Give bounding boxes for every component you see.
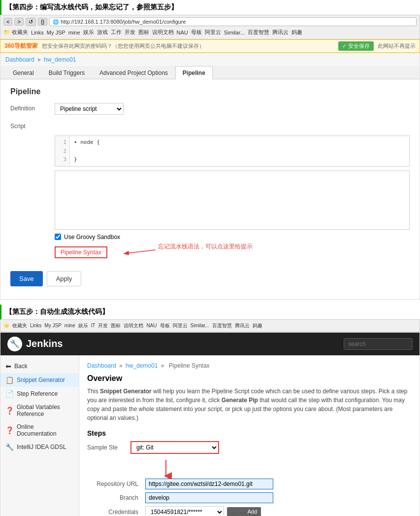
jenkins-page-1: Dashboard » hw_demo01 General Build Trig… [0, 53, 420, 300]
nav-forward-btn[interactable]: > [14, 18, 23, 26]
pipeline-content: Pipeline Definition Pipeline script Scri… [0, 79, 420, 299]
line-numbers: 1 2 3 [55, 136, 70, 166]
bm2-star: ⭐ [3, 323, 9, 328]
script-editor[interactable]: 1 2 3 • node { } [55, 136, 410, 167]
overview-title: Overview [87, 374, 412, 383]
credentials-label: Credentials [87, 509, 141, 516]
repo-url-input[interactable] [145, 479, 273, 489]
groovy-sandbox-label: Use Groovy Sandbox [64, 234, 120, 241]
bm2-baidu2[interactable]: 百度智慧 [212, 322, 232, 329]
bookmark-maqv[interactable]: 妈趣 [291, 29, 302, 36]
bookmark-entertainment[interactable]: 娱乐 [83, 29, 94, 36]
repo-url-label: Repository URL [87, 481, 141, 487]
bm2-more1[interactable]: 娱乐 [78, 322, 88, 329]
sidebar-item-snippet[interactable]: 📋 Snippet Generator [0, 373, 79, 387]
intellij-icon: 🔧 [5, 443, 14, 451]
sidebar-item-online-docs[interactable]: ❓ Online Documentation [0, 420, 79, 440]
bm2-more4[interactable]: 图标 [111, 322, 121, 329]
add-icon: ➕ [231, 509, 238, 515]
tab-pipeline[interactable]: Pipeline [175, 66, 213, 79]
bookmark-work[interactable]: 工作 [111, 29, 122, 36]
bookmark-tencent[interactable]: 腾讯云 [272, 29, 289, 36]
jenkins-body: ⬅ Back 📋 Snippet Generator 📄 Step Refere… [0, 355, 420, 516]
security-message: 想安全保存此网页的密码吗？（您您使用网页公共电脑不建议保存） [42, 42, 334, 50]
bookmark-games[interactable]: 游戏 [97, 29, 108, 36]
branch-row: Branch [87, 492, 412, 503]
bookmark-icons[interactable]: 图标 [138, 29, 149, 36]
sample-step-row: Sample Ste git: Git [87, 441, 412, 454]
browser-chrome-2: ⭐ 收藏夹 Links My JSP mine 娱乐 IT 开发 图标 说明文档… [0, 319, 420, 332]
bookmark-aliyun[interactable]: 阿里云 [205, 29, 221, 36]
bookmark-mine[interactable]: mine [68, 30, 80, 35]
definition-select[interactable]: Pipeline script [55, 103, 124, 115]
bm2-tencent2[interactable]: 腾讯云 [235, 322, 250, 329]
address-bar-1[interactable]: 🌐 http://192.168.1.173:8080/job/hw_demo0… [49, 17, 417, 26]
sidebar-label-step-ref: Step Reference [17, 390, 58, 397]
bm2-more3[interactable]: 开发 [98, 322, 108, 329]
add-credentials-btn[interactable]: ➕ ➕ Add [227, 507, 261, 516]
save-button[interactable]: Save [10, 271, 43, 286]
line-2: 2 [58, 147, 66, 156]
pipeline-syntax-btn[interactable]: Pipeline Syntax [55, 246, 107, 258]
apply-button[interactable]: Apply [47, 271, 82, 286]
jenkins-search-input[interactable] [344, 338, 413, 350]
sidebar-label-global-vars: Global Vartables Reference [17, 404, 74, 417]
sidebar-label-back: Back [14, 363, 28, 370]
main-content: Dashboard » hw_demo01 » Pipeline Syntax … [79, 355, 420, 516]
code-line-1: • node { [74, 138, 405, 147]
bm2-mine[interactable]: mine [65, 323, 75, 328]
security-logo: 360导航管家 [4, 42, 38, 50]
security-save-btn[interactable]: ✓ 安全保存 [338, 41, 374, 51]
bookmark-motherboard[interactable]: 母板 [191, 29, 202, 36]
step4-annotation: 【第四步：编写流水线代码，如果忘记了，参照第五步】 [0, 0, 420, 15]
bc2-project[interactable]: hw_demo01 [126, 362, 158, 369]
sidebar-item-intellij[interactable]: 🔧 IntelliJ IDEA GDSL [0, 440, 79, 454]
bm2-links[interactable]: Links [30, 323, 41, 328]
bm2-more2[interactable]: IT [91, 323, 96, 328]
nav-code-btn[interactable]: {} [38, 18, 47, 26]
bm2-mother[interactable]: 母板 [160, 322, 170, 329]
tab-build-triggers[interactable]: Build Triggers [41, 66, 92, 79]
nav-refresh-btn[interactable]: ↺ [26, 18, 36, 26]
bm2-maqv2[interactable]: 妈趣 [253, 322, 262, 329]
nav-back-btn[interactable]: < [3, 18, 12, 26]
breadcrumb-project[interactable]: hw_demo01 [44, 56, 76, 63]
bookmark-similar[interactable]: Similar... [224, 30, 245, 35]
jenkins-page-2: 🔧 Jenkins ⬅ Back 📋 Snippet Generator 📄 S… [0, 332, 420, 516]
groovy-sandbox-checkbox[interactable] [55, 234, 61, 240]
branch-input[interactable] [145, 492, 273, 503]
bookmark-baidu[interactable]: 百度智慧 [248, 29, 269, 36]
bookmark-favorites[interactable]: 📁 收藏夹 [3, 29, 28, 36]
bm2-ali[interactable]: 阿里云 [173, 322, 188, 329]
script-label-row: Script [10, 121, 410, 130]
sample-step-select[interactable]: git: Git [130, 441, 219, 454]
bm2-nau[interactable]: NAU [146, 323, 157, 328]
step-arrow-down-svg [156, 459, 205, 479]
tab-general[interactable]: General [5, 66, 41, 79]
jenkins-logo[interactable]: 🔧 Jenkins [7, 337, 63, 351]
script-label: Script [10, 121, 55, 130]
bookmark-nau[interactable]: NAU [177, 30, 188, 35]
bm2-myjsp[interactable]: My JSP [44, 323, 61, 328]
credentials-select[interactable]: 15044591821/****** [145, 506, 224, 516]
bookmark-dev[interactable]: 开发 [125, 29, 135, 36]
overview-text: This Snippet Generator will help you lea… [87, 387, 412, 422]
bm2-favorites[interactable]: 收藏夹 [12, 322, 27, 329]
bm2-sim[interactable]: Similar... [191, 323, 209, 328]
sidebar-label-snippet: Snippet Generator [17, 377, 65, 383]
bookmark-links[interactable]: Links [31, 30, 44, 35]
tabs-bar: General Build Triggers Advanced Project … [0, 66, 420, 79]
sidebar-item-step-ref[interactable]: 📄 Step Reference [0, 387, 79, 401]
sidebar-item-back[interactable]: ⬅ Back [0, 359, 79, 373]
code-line-3: } [74, 155, 405, 164]
tab-advanced[interactable]: Advanced Project Options [92, 66, 175, 79]
breadcrumb-dashboard[interactable]: Dashboard [5, 56, 34, 63]
breadcrumb-2: Dashboard » hw_demo01 » Pipeline Syntax [87, 362, 412, 369]
script-code[interactable]: • node { } [70, 136, 409, 166]
bm2-more5[interactable]: 说明文档 [124, 322, 143, 329]
bookmark-myjsp[interactable]: My JSP [47, 30, 65, 35]
bc2-dashboard[interactable]: Dashboard [87, 362, 116, 369]
bookmark-docs[interactable]: 说明文档 [152, 29, 174, 36]
security-no-prompt[interactable]: 此网站不再提示 [378, 42, 416, 50]
sidebar-item-global-vars[interactable]: ❓ Global Vartables Reference [0, 401, 79, 420]
